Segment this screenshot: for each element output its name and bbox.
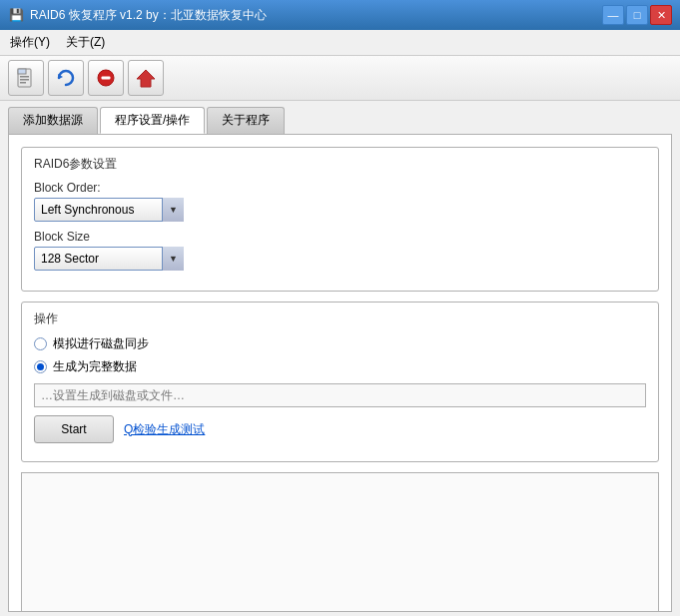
home-toolbar-button[interactable] [128,60,164,96]
svg-marker-8 [137,70,155,87]
btn-row: Start Q检验生成测试 [34,415,646,443]
radio-simulate-circle [34,337,47,350]
maximize-button[interactable]: □ [626,5,648,25]
start-button[interactable]: Start [34,415,114,443]
file-toolbar-button[interactable] [8,60,44,96]
svg-rect-2 [20,76,29,78]
block-order-label: Block Order: [34,181,646,195]
radio-generate[interactable]: 生成为完整数据 [34,358,646,375]
block-order-wrapper: Left Synchronous Left Asymmetric Right S… [34,198,184,222]
raid6-section-title: RAID6参数设置 [34,156,646,173]
toolbar [0,56,680,101]
stop-toolbar-button[interactable] [88,60,124,96]
block-size-select[interactable]: 64 Sector 128 Sector 256 Sector 512 Sect… [34,247,184,271]
tab-add-source[interactable]: 添加数据源 [8,107,98,134]
tab-settings[interactable]: 程序设置/操作 [100,107,205,134]
title-bar-left: 💾 RAID6 恢复程序 v1.2 by：北亚数据恢复中心 [8,7,267,24]
block-order-select[interactable]: Left Synchronous Left Asymmetric Right S… [34,198,184,222]
svg-rect-3 [20,79,29,81]
verify-link[interactable]: Q检验生成测试 [124,421,205,438]
svg-rect-1 [18,69,26,74]
block-size-wrapper: 64 Sector 128 Sector 256 Sector 512 Sect… [34,247,184,271]
block-size-label: Block Size [34,230,646,244]
log-area[interactable] [21,472,659,612]
radio-generate-circle [34,360,47,373]
operations-section: 操作 模拟进行磁盘同步 生成为完整数据 Start Q检验生成测试 [21,302,659,462]
raid6-settings-section: RAID6参数设置 Block Order: Left Synchronous … [21,147,659,292]
svg-rect-4 [20,82,26,84]
title-bar-controls: — □ ✕ [602,5,672,25]
radio-group: 模拟进行磁盘同步 生成为完整数据 [34,335,646,375]
tabs: 添加数据源 程序设置/操作 关于程序 [0,101,680,134]
close-button[interactable]: ✕ [650,5,672,25]
radio-simulate-label: 模拟进行磁盘同步 [53,335,149,352]
app-title: RAID6 恢复程序 v1.2 by：北亚数据恢复中心 [30,7,267,24]
title-bar: 💾 RAID6 恢复程序 v1.2 by：北亚数据恢复中心 — □ ✕ [0,0,680,30]
minimize-button[interactable]: — [602,5,624,25]
path-input[interactable] [34,383,646,407]
operations-section-title: 操作 [34,310,646,327]
main-content: RAID6参数设置 Block Order: Left Synchronous … [8,134,672,612]
menu-bar: 操作(Y) 关于(Z) [0,30,680,56]
menu-operate[interactable]: 操作(Y) [4,32,56,53]
menu-about[interactable]: 关于(Z) [60,32,111,53]
radio-generate-label: 生成为完整数据 [53,358,137,375]
app-icon: 💾 [8,7,24,23]
radio-simulate[interactable]: 模拟进行磁盘同步 [34,335,646,352]
refresh-toolbar-button[interactable] [48,60,84,96]
svg-rect-7 [102,77,111,80]
tab-about[interactable]: 关于程序 [207,107,285,134]
